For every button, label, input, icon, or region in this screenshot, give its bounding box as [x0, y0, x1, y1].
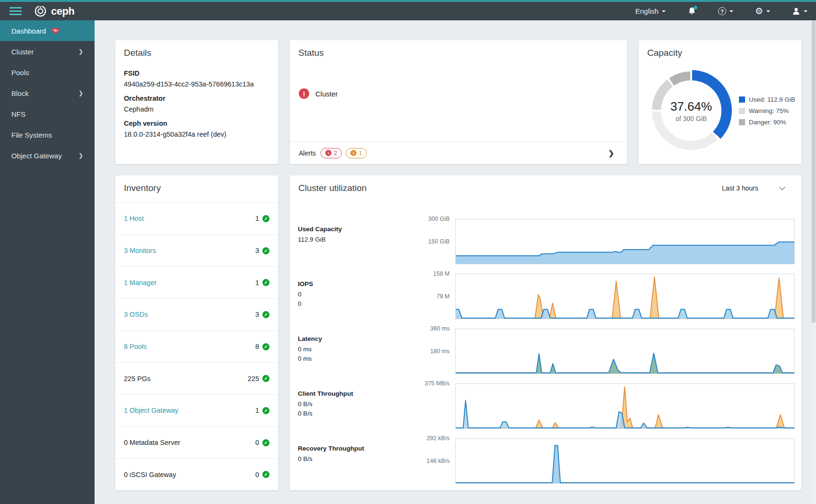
check-circle-icon: ✓: [262, 375, 269, 382]
sidebar-item-dashboard[interactable]: Dashboard: [0, 20, 95, 41]
cluster-utilization-card: Cluster utilization Last 3 hours Used Ca…: [290, 175, 801, 490]
sidebar-item-cluster[interactable]: Cluster ❯: [0, 41, 95, 62]
y-axis-tick: 375 MB/s: [425, 380, 450, 387]
legend-item-warning: Warning: 75%: [739, 107, 795, 114]
sidebar-item-file-systems[interactable]: File Systems: [0, 124, 95, 145]
inventory-row-osds: 3 OSDs 3✓: [115, 298, 278, 330]
iscsi-gateways-label: 0 iSCSI Gateway: [124, 471, 176, 478]
inventory-row-metadata-servers: 0 Metadata Server 0✓: [115, 426, 278, 459]
chevron-down-icon: [779, 184, 785, 190]
metadata-servers-label: 0 Metadata Server: [124, 439, 180, 446]
critical-alerts-badge[interactable]: ! 2: [321, 148, 342, 158]
caret-down-icon: [662, 10, 666, 12]
navbar-actions: English ? ⚙: [635, 2, 807, 20]
heartbeat-icon: [52, 27, 60, 35]
caret-down-icon: [804, 10, 807, 12]
managers-link[interactable]: 1 Manager: [124, 279, 156, 287]
sidebar-item-nfs[interactable]: NFS: [0, 104, 95, 124]
capacity-percent: 37.64%: [670, 99, 712, 114]
ceph-logo[interactable]: ceph: [34, 5, 74, 17]
user-dropdown[interactable]: [792, 7, 807, 15]
warning-alerts-badge[interactable]: ! 1: [346, 148, 367, 158]
recovery-throughput-chart: [455, 438, 795, 484]
iops-row: IOPS 0 0 158 M 79 M: [290, 274, 801, 319]
latency-row: Latency 0 ms 0 ms 360 ms 180 ms: [290, 329, 801, 374]
client-throughput-row: Client Throughput 0 B/s 0 B/s 375 MB/s: [290, 383, 801, 429]
used-capacity-row: Used Capacity 112.9 GiB 300 GiB 150 GiB: [290, 219, 801, 264]
pools-link[interactable]: 8 Pools: [124, 343, 147, 350]
inventory-row-pools: 8 Pools 8✓: [115, 330, 278, 363]
alerts-footer: Alerts ! 2 ! 1 ❯: [290, 141, 627, 164]
field-label: Ceph version: [124, 120, 269, 127]
caret-down-icon: [766, 10, 770, 12]
vertical-scrollbar[interactable]: [811, 20, 816, 504]
utilization-charts: Used Capacity 112.9 GiB 300 GiB 150 GiB …: [290, 219, 801, 493]
capacity-title: Capacity: [647, 48, 793, 58]
sidebar-nav: Dashboard Cluster ❯ Pools Block ❯ NFS Fi…: [0, 20, 95, 504]
ceph-version-value: 18.0.0-2314-g50a32f4a reef (dev): [124, 130, 269, 138]
top-navbar: ceph English ? ⚙: [0, 2, 816, 20]
brand-accent-strip: [0, 0, 816, 2]
osds-link[interactable]: 3 OSDs: [124, 311, 148, 318]
cluster-health-row[interactable]: ! Cluster: [299, 88, 338, 99]
inventory-row-object-gateways: 1 Object Gateway 1✓: [115, 394, 278, 426]
utilization-header: Cluster utilization Last 3 hours: [290, 175, 801, 193]
hamburger-menu-icon[interactable]: [9, 5, 22, 17]
dashboard-content: Details FSID 4940a259-d153-4cc2-953a-576…: [95, 20, 816, 504]
capacity-total: of 300 GiB: [676, 115, 707, 122]
check-circle-icon: ✓: [262, 311, 269, 318]
check-circle-icon: ✓: [262, 439, 269, 446]
pgs-label: 225 PGs: [124, 375, 150, 382]
y-axis-tick: 300 GiB: [428, 216, 450, 222]
used-capacity-chart: [455, 219, 795, 264]
utilization-title: Cluster utilization: [298, 183, 367, 193]
orchestrator-value: Cephadm: [124, 105, 269, 113]
y-axis-tick: 360 ms: [430, 325, 450, 332]
ceph-dashboard-page: ceph English ? ⚙: [0, 0, 816, 504]
client-throughput-chart: [455, 383, 795, 429]
gear-icon: ⚙: [755, 7, 763, 16]
iops-chart: [455, 274, 795, 319]
field-label: Orchestrator: [124, 95, 269, 102]
legend-item-used: Used: 112.9 GiB: [739, 96, 795, 103]
chevron-right-icon: ❯: [78, 152, 83, 159]
y-axis-tick: 79 M: [436, 293, 450, 300]
monitors-link[interactable]: 3 Monitors: [124, 247, 156, 254]
sidebar-item-pools[interactable]: Pools: [0, 62, 95, 83]
chevron-right-icon[interactable]: ❯: [608, 149, 618, 157]
exclamation-icon: !: [325, 150, 331, 156]
language-dropdown[interactable]: English: [635, 7, 666, 15]
notification-dot: [694, 6, 697, 9]
help-dropdown[interactable]: ?: [718, 7, 733, 15]
settings-dropdown[interactable]: ⚙: [755, 7, 770, 16]
scrollbar-thumb[interactable]: [812, 20, 816, 323]
object-gateways-link[interactable]: 1 Object Gateway: [124, 407, 178, 414]
latency-chart: [455, 329, 795, 374]
inventory-row-iscsi-gateways: 0 iSCSI Gateway 0✓: [115, 458, 278, 490]
y-axis-tick: 146 kB/s: [426, 458, 450, 464]
status-title: Status: [290, 40, 627, 58]
y-axis-tick: 180 ms: [430, 348, 450, 355]
legend-swatch: [739, 108, 745, 114]
time-range-dropdown[interactable]: Last 3 hours: [722, 184, 792, 192]
hosts-link[interactable]: 1 Host: [124, 215, 144, 222]
check-circle-icon: ✓: [262, 215, 269, 222]
recovery-throughput-row: Recovery Throughput 0 B/s 292 kB/s 146 k…: [290, 438, 801, 484]
y-axis-tick: 150 GiB: [428, 238, 450, 245]
check-circle-icon: ✓: [262, 247, 269, 254]
capacity-card: Capacity 37.64% of 300 GiB Used: 112.9 G…: [639, 40, 801, 164]
sidebar-item-object-gateway[interactable]: Object Gateway ❯: [0, 145, 95, 166]
details-card: Details FSID 4940a259-d153-4cc2-953a-576…: [115, 40, 278, 164]
inventory-card: Inventory 1 Host 1✓ 3 Monitors 3✓ 1 Mana…: [115, 175, 278, 490]
inventory-row-monitors: 3 Monitors 3✓: [115, 235, 278, 267]
sidebar-item-block[interactable]: Block ❯: [0, 83, 95, 104]
question-icon: ?: [718, 7, 726, 15]
alerts-label: Alerts: [299, 149, 316, 157]
notifications-button[interactable]: [687, 7, 696, 16]
y-axis-tick: 158 M: [433, 270, 450, 277]
check-circle-icon: ✓: [262, 343, 269, 350]
legend-item-danger: Danger: 90%: [739, 119, 795, 126]
check-circle-icon: ✓: [262, 279, 269, 286]
capacity-donut-chart: 37.64% of 300 GiB: [652, 71, 730, 150]
cluster-health-label: Cluster: [315, 90, 338, 98]
